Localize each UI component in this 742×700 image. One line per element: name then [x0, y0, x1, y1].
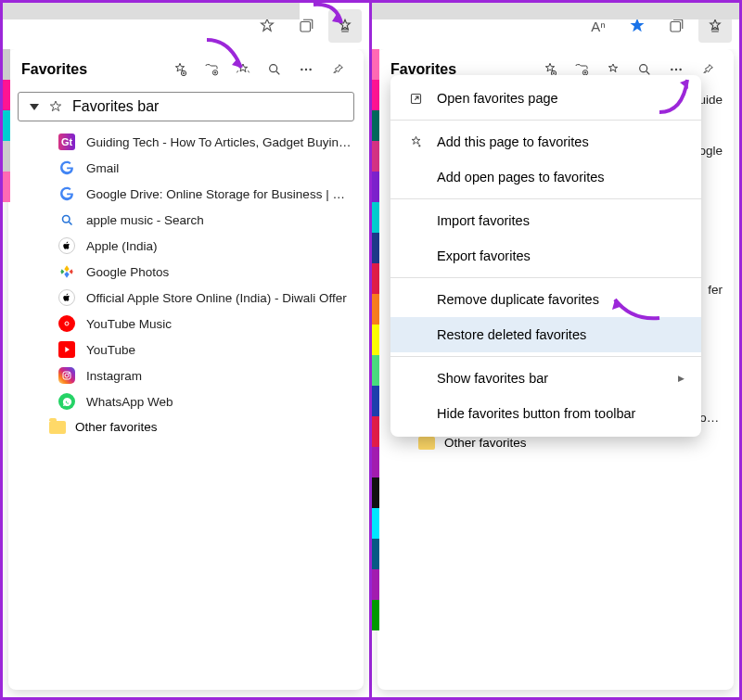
star-plus-icon: [407, 134, 424, 150]
search-icon[interactable]: [262, 57, 288, 83]
ctx-show-favorites-bar[interactable]: Show favorites bar: [390, 361, 701, 396]
list-item[interactable]: YouTube: [8, 337, 364, 363]
list-item[interactable]: apple music - Search: [8, 207, 364, 233]
list-item[interactable]: Apple (India): [8, 233, 364, 259]
svg-point-11: [69, 373, 70, 374]
favicon: [58, 159, 75, 176]
list-item[interactable]: YouTube Music: [8, 311, 364, 337]
list-item[interactable]: Official Apple Store Online (India) - Di…: [8, 285, 364, 311]
annotation-arrow: [309, 0, 365, 42]
list-item[interactable]: GtGuiding Tech - How To Articles, Gadget…: [8, 129, 364, 155]
ctx-export-favorites[interactable]: Export favorites: [390, 238, 701, 274]
svg-point-4: [301, 69, 302, 70]
list-item[interactable]: Gmail: [8, 155, 364, 181]
favicon: [58, 237, 75, 254]
folder-icon: [49, 421, 66, 434]
favorites-list: GtGuiding Tech - How To Articles, Gadget…: [8, 125, 364, 443]
svg-point-10: [65, 374, 69, 377]
favorites-title: Favorites: [21, 61, 161, 78]
svg-point-5: [305, 69, 307, 70]
chevron-down-icon: [30, 104, 39, 110]
svg-point-6: [309, 69, 311, 70]
list-item[interactable]: Instagram: [8, 363, 364, 388]
svg-point-15: [640, 65, 647, 72]
favicon: [58, 367, 75, 384]
favicon: [58, 185, 75, 202]
svg-point-7: [62, 215, 70, 223]
open-icon: [407, 90, 424, 107]
svg-point-3: [270, 65, 277, 72]
read-aloud-icon[interactable]: Aⁿ: [582, 9, 615, 43]
favorites-context-menu: Open favorites page Add this page to fav…: [390, 75, 701, 437]
favorite-star-filled-icon[interactable]: [620, 9, 654, 43]
list-item[interactable]: WhatsApp Web: [8, 388, 364, 414]
star-icon: [48, 99, 63, 114]
pin-icon[interactable]: [325, 57, 351, 83]
svg-point-8: [65, 322, 69, 325]
ctx-import-favorites[interactable]: Import favorites: [390, 203, 701, 238]
ctx-hide-favorites-button[interactable]: Hide favorites button from toolbar: [390, 396, 701, 431]
favorites-bar-folder[interactable]: Favorites bar: [18, 92, 354, 121]
folder-icon: [418, 437, 435, 450]
annotation-arrow: [650, 70, 706, 121]
favorites-bar-label: Favorites bar: [72, 98, 159, 115]
favicon: [58, 315, 75, 332]
list-item[interactable]: Google Drive: Online Storage for Busines…: [8, 181, 364, 207]
more-options-icon[interactable]: [293, 57, 319, 83]
favicon: [58, 289, 75, 306]
favorites-hub-icon[interactable]: [698, 9, 732, 43]
favicon: [58, 393, 75, 410]
annotation-arrow: [202, 35, 258, 86]
ctx-add-this-page[interactable]: Add this page to favorites: [390, 124, 701, 159]
favicon: [58, 341, 75, 358]
svg-rect-12: [671, 22, 681, 32]
annotation-arrow: [604, 286, 669, 327]
favicon: [58, 263, 75, 280]
favicon: Gt: [58, 134, 75, 150]
ctx-add-open-pages[interactable]: Add open pages to favorites: [390, 159, 701, 195]
add-favorite-header-icon[interactable]: [167, 57, 193, 83]
list-item[interactable]: Google Photos: [8, 259, 364, 285]
other-favorites-folder[interactable]: Other favorites: [8, 414, 364, 439]
collections-icon[interactable]: [659, 9, 693, 43]
favicon: [58, 211, 75, 228]
